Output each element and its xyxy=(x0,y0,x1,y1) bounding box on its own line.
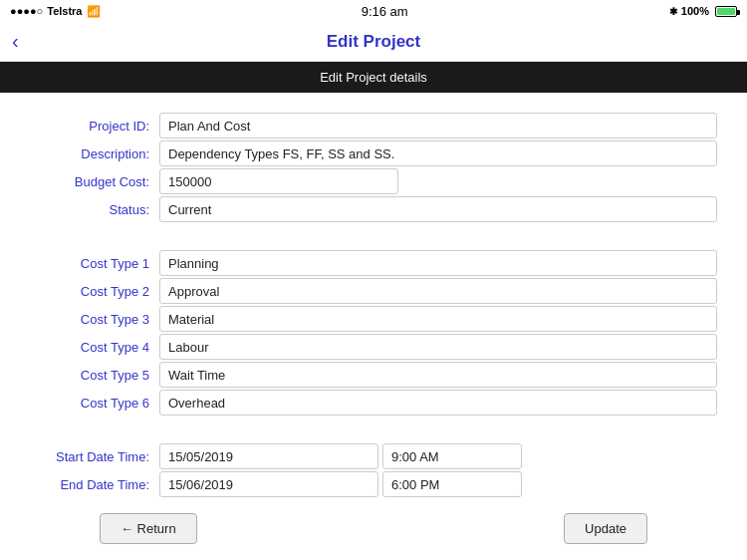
cost-type-input-3[interactable] xyxy=(159,306,717,332)
end-date-row: End Date Time: xyxy=(30,471,717,497)
cost-type-row-5: Cost Type 5 xyxy=(30,362,717,388)
wifi-icon: 📶 xyxy=(87,5,101,18)
section-header: Edit Project details xyxy=(0,62,747,93)
nav-title: Edit Project xyxy=(327,32,420,52)
cost-type-label-5: Cost Type 5 xyxy=(30,368,159,383)
cost-type-label-6: Cost Type 6 xyxy=(30,396,159,411)
footer: ← Return Update xyxy=(0,513,747,544)
status-bar: ●●●●○ Telstra 📶 9:16 am ✱ 100% xyxy=(0,0,747,22)
cost-type-row-6: Cost Type 6 xyxy=(30,390,717,416)
start-date-label: Start Date Time: xyxy=(30,449,159,464)
status-left: ●●●●○ Telstra 📶 xyxy=(10,5,101,18)
status-right: ✱ 100% xyxy=(669,5,737,17)
cost-type-row-1: Cost Type 1 xyxy=(30,250,717,276)
cost-type-label-4: Cost Type 4 xyxy=(30,340,159,355)
description-label: Description: xyxy=(30,146,159,161)
cost-type-input-1[interactable] xyxy=(159,250,717,276)
status-row: Status: xyxy=(30,196,717,222)
cost-type-input-5[interactable] xyxy=(159,362,717,388)
cost-type-input-6[interactable] xyxy=(159,390,717,416)
start-time-input[interactable] xyxy=(382,443,522,469)
budget-cost-row: Budget Cost: xyxy=(30,168,717,194)
bluetooth-icon: ✱ xyxy=(669,6,677,17)
battery-label: 100% xyxy=(681,5,709,17)
end-date-input[interactable] xyxy=(159,471,378,497)
signal-dots: ●●●●○ xyxy=(10,5,43,17)
carrier-label: Telstra xyxy=(47,5,82,17)
time-display: 9:16 am xyxy=(362,4,408,19)
datetime-section: Start Date Time: End Date Time: xyxy=(30,443,717,497)
description-row: Description: xyxy=(30,140,717,166)
battery-icon xyxy=(715,6,737,17)
start-date-row: Start Date Time: xyxy=(30,443,717,469)
cost-type-label-1: Cost Type 1 xyxy=(30,256,159,271)
cost-type-label-2: Cost Type 2 xyxy=(30,284,159,299)
project-id-label: Project ID: xyxy=(30,119,159,134)
return-button[interactable]: ← Return xyxy=(100,513,197,544)
status-label: Status: xyxy=(30,202,159,217)
main-content: Project ID: Description: Budget Cost: St… xyxy=(0,93,747,533)
nav-bar: ‹ Edit Project xyxy=(0,22,747,62)
cost-type-row-3: Cost Type 3 xyxy=(30,306,717,332)
end-time-input[interactable] xyxy=(382,471,522,497)
budget-cost-label: Budget Cost: xyxy=(30,174,159,189)
cost-type-input-4[interactable] xyxy=(159,334,717,360)
back-button[interactable]: ‹ xyxy=(12,30,19,53)
update-button[interactable]: Update xyxy=(564,513,647,544)
cost-type-row-2: Cost Type 2 xyxy=(30,278,717,304)
budget-cost-input[interactable] xyxy=(159,168,398,194)
cost-type-row-4: Cost Type 4 xyxy=(30,334,717,360)
project-id-input[interactable] xyxy=(159,113,717,139)
end-date-label: End Date Time: xyxy=(30,477,159,492)
project-info-section: Project ID: Description: Budget Cost: St… xyxy=(30,113,717,222)
project-id-row: Project ID: xyxy=(30,113,717,139)
cost-type-label-3: Cost Type 3 xyxy=(30,312,159,327)
cost-type-input-2[interactable] xyxy=(159,278,717,304)
status-input[interactable] xyxy=(159,196,717,222)
start-date-input[interactable] xyxy=(159,443,378,469)
cost-types-section: Cost Type 1Cost Type 2Cost Type 3Cost Ty… xyxy=(30,250,717,416)
description-input[interactable] xyxy=(159,140,717,166)
